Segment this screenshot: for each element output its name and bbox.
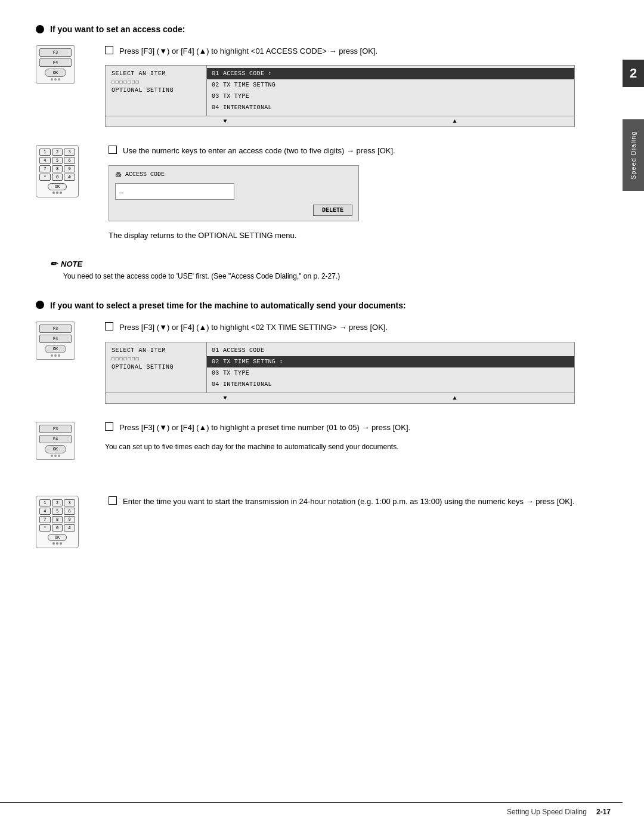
ok-dot-2 bbox=[54, 354, 57, 357]
keypad-ok-button-2[interactable]: OK bbox=[48, 534, 67, 541]
lcd-subtitle-1: OPTIONAL SETTING bbox=[112, 87, 200, 94]
lcd-item-2-1: 01 ACCESS CODE bbox=[207, 345, 574, 356]
section2-step1-block: F3 F4 OK Press [F3] (▼) or [F4] bbox=[36, 322, 575, 412]
f3-button-2[interactable]: F3 bbox=[39, 325, 72, 333]
f4-button-2[interactable]: F4 bbox=[39, 335, 72, 343]
ok-dot-2 bbox=[58, 354, 60, 357]
key-5b[interactable]: 5 bbox=[52, 508, 63, 515]
lcd-right-panel-2: 01 ACCESS CODE 02 TX TIME SETTNG ↕ 03 TX… bbox=[207, 342, 574, 393]
key-4b[interactable]: 4 bbox=[39, 508, 51, 515]
lcd-item-1-1: 01 ACCESS CODE ↕ bbox=[207, 68, 574, 79]
footer-label: Setting Up Speed Dialing bbox=[507, 808, 587, 816]
footer-page-number: 2-17 bbox=[596, 808, 611, 816]
key-9b[interactable]: 9 bbox=[64, 516, 75, 523]
access-code-input[interactable]: _ bbox=[115, 183, 234, 200]
key-hash-b[interactable]: # bbox=[64, 524, 75, 532]
key-4[interactable]: 4 bbox=[39, 157, 51, 164]
ok-dot-3 bbox=[58, 455, 60, 457]
fax-small-icon: 🖷 bbox=[115, 171, 122, 178]
arrow-up-2[interactable]: ▲ bbox=[453, 395, 456, 401]
access-code-title: 🖷 ACCESS CODE bbox=[115, 171, 352, 178]
keypad-grid: 1 2 3 4 5 6 7 8 9 * 0 # bbox=[39, 149, 75, 181]
arrow-up-1[interactable]: ▲ bbox=[453, 118, 456, 125]
key-6[interactable]: 6 bbox=[64, 157, 75, 164]
note-title: ✏ NOTE bbox=[50, 259, 575, 268]
key-star-b[interactable]: * bbox=[39, 524, 51, 532]
access-code-box: 🖷 ACCESS CODE _ DELETE bbox=[109, 165, 359, 221]
lcd-dots-2: □□□□□□□ bbox=[112, 356, 200, 362]
step2-row: Use the numeric keys to enter an access … bbox=[109, 145, 575, 157]
ok-button-3[interactable]: OK bbox=[45, 445, 66, 453]
key-hash[interactable]: # bbox=[64, 174, 75, 181]
device-f3f4ok-2: F3 F4 OK bbox=[36, 322, 75, 360]
key-1b[interactable]: 1 bbox=[39, 499, 51, 506]
ok-button-2[interactable]: OK bbox=[45, 345, 66, 353]
checkbox-icon-2 bbox=[109, 146, 117, 154]
f4-button[interactable]: F4 bbox=[39, 58, 72, 67]
arrow-down-1[interactable]: ▼ bbox=[223, 118, 227, 125]
keypad-ok-dots bbox=[39, 191, 75, 194]
main-content: If you want to set an access code: F3 F4… bbox=[0, 0, 623, 828]
chapter-number: 2 bbox=[623, 60, 644, 87]
key-7b[interactable]: 7 bbox=[39, 516, 51, 523]
delete-button[interactable]: DELETE bbox=[313, 205, 352, 216]
section2-step3-content: Enter the time you want to start the tra… bbox=[94, 496, 575, 516]
f4-button-3[interactable]: F4 bbox=[39, 435, 72, 443]
section1-step1-block: F3 F4 OK Press [F3] (▼) or [F4] bbox=[36, 45, 575, 136]
checkbox-icon-5 bbox=[109, 496, 117, 505]
section2-step2-row: Press [F3] (▼) or [F4] (▲) to highlight … bbox=[105, 422, 575, 434]
key-8[interactable]: 8 bbox=[52, 165, 63, 172]
section1-heading-text: If you want to set an access code: bbox=[50, 24, 185, 36]
checkbox-icon-1 bbox=[105, 46, 113, 54]
section2-step1-row: Press [F3] (▼) or [F4] (▲) to highlight … bbox=[105, 322, 575, 333]
lcd-left-panel-1: SELECT AN ITEM □□□□□□□ OPTIONAL SETTING bbox=[106, 66, 207, 116]
display-returns-text: The display returns to the OPTIONAL SETT… bbox=[109, 230, 575, 242]
ok-dot bbox=[54, 78, 57, 81]
section2-step2-note: You can set up to five times each day fo… bbox=[105, 441, 575, 453]
key-2b[interactable]: 2 bbox=[52, 499, 63, 506]
section1-heading: If you want to set an access code: bbox=[36, 24, 575, 36]
lcd-item-1-4: 04 INTERNATIONAL bbox=[207, 102, 574, 113]
key-2[interactable]: 2 bbox=[52, 149, 63, 156]
lcd-item-2-4: 04 INTERNATIONAL bbox=[207, 379, 574, 390]
step1-text: Press [F3] (▼) or [F4] (▲) to highlight … bbox=[119, 45, 575, 57]
section2-step2-text: Press [F3] (▼) or [F4] (▲) to highlight … bbox=[119, 422, 575, 434]
key-3[interactable]: 3 bbox=[64, 149, 75, 156]
lcd-display-2: SELECT AN ITEM □□□□□□□ OPTIONAL SETTING … bbox=[105, 342, 575, 404]
key-star[interactable]: * bbox=[39, 174, 51, 181]
side-tab: Speed Dialing bbox=[623, 119, 644, 191]
pencil-icon: ✏ bbox=[50, 259, 57, 268]
keypad-widget: 1 2 3 4 5 6 7 8 9 * 0 # OK bbox=[36, 145, 79, 197]
section2-step1-content: Press [F3] (▼) or [F4] (▲) to highlight … bbox=[91, 322, 575, 412]
arrow-down-2[interactable]: ▼ bbox=[223, 395, 227, 401]
key-6b[interactable]: 6 bbox=[64, 508, 75, 515]
section2-step3-row: Enter the time you want to start the tra… bbox=[109, 496, 575, 508]
keypad-device-2: 1 2 3 4 5 6 7 8 9 * 0 # bbox=[36, 496, 79, 548]
key-1[interactable]: 1 bbox=[39, 149, 51, 156]
f3-button[interactable]: F3 bbox=[39, 48, 72, 57]
keypad-grid-2: 1 2 3 4 5 6 7 8 9 * 0 # bbox=[39, 499, 75, 532]
keypad-widget-2: 1 2 3 4 5 6 7 8 9 * 0 # bbox=[36, 496, 79, 548]
section2-step3-inner: 1 2 3 4 5 6 7 8 9 * 0 # bbox=[36, 496, 575, 548]
note-label: NOTE bbox=[61, 259, 82, 268]
key-5[interactable]: 5 bbox=[52, 157, 63, 164]
key-8b[interactable]: 8 bbox=[52, 516, 63, 523]
ok-dot bbox=[58, 78, 60, 81]
keypad-device-1: 1 2 3 4 5 6 7 8 9 * 0 # OK bbox=[36, 145, 79, 197]
ok-dot-3 bbox=[54, 455, 57, 457]
key-3b[interactable]: 3 bbox=[64, 499, 75, 506]
section2-step3-text: Enter the time you want to start the tra… bbox=[123, 496, 575, 508]
key-7[interactable]: 7 bbox=[39, 165, 51, 172]
key-0b[interactable]: 0 bbox=[52, 524, 63, 532]
fax-device-1: F3 F4 OK bbox=[36, 45, 75, 84]
bullet-icon-2 bbox=[36, 301, 44, 309]
ok-button-1[interactable]: OK bbox=[45, 69, 66, 77]
key-9[interactable]: 9 bbox=[64, 165, 75, 172]
lcd-item-1-3: 03 TX TYPE bbox=[207, 91, 574, 102]
key-0[interactable]: 0 bbox=[52, 174, 63, 181]
lcd-left-panel-2: SELECT AN ITEM □□□□□□□ OPTIONAL SETTING bbox=[106, 342, 207, 393]
f3-button-3[interactable]: F3 bbox=[39, 425, 72, 433]
device-f3f4ok-3: F3 F4 OK bbox=[36, 422, 75, 460]
lcd-arrows-2: ▼ ▲ bbox=[106, 393, 574, 403]
keypad-ok-button[interactable]: OK bbox=[48, 183, 67, 190]
